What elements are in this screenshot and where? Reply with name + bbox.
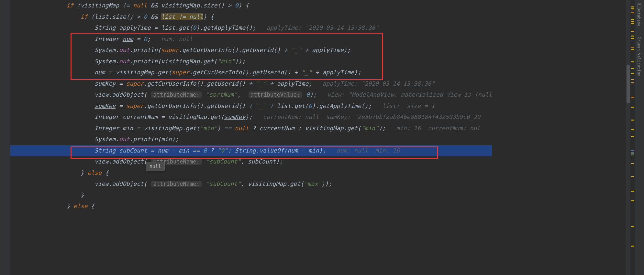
code-line[interactable]: num = visitingMap.get(super.getCurUserIn… <box>10 67 492 78</box>
stripe-mark[interactable] <box>631 8 634 9</box>
parameter-hint: attributeName: <box>151 91 201 98</box>
stripe-mark[interactable] <box>631 150 634 151</box>
stripe-mark[interactable] <box>631 49 634 50</box>
code-line[interactable]: } <box>10 190 492 201</box>
error-stripe[interactable] <box>630 0 635 275</box>
code-line[interactable]: sumKey = super.getCurUserInfo().getUseri… <box>10 100 492 112</box>
stripe-mark[interactable] <box>631 12 634 13</box>
code-line[interactable]: Integer currentNum = visitingMap.get(sum… <box>10 111 492 123</box>
stripe-mark[interactable] <box>631 68 634 69</box>
stripe-mark[interactable] <box>631 154 634 155</box>
code-line[interactable]: System.out.println(visitingMap.get("min"… <box>10 56 492 67</box>
stripe-mark[interactable] <box>631 31 634 32</box>
stripe-mark[interactable] <box>631 191 634 192</box>
scrollbar-thumb[interactable] <box>627 65 630 103</box>
code-line[interactable]: System.out.println(super.getCurUserInfo(… <box>10 45 492 56</box>
code-line[interactable]: } else { <box>10 201 492 212</box>
right-tool-panel[interactable]: Database Bean Validation <box>635 0 644 275</box>
stripe-mark[interactable] <box>631 120 634 121</box>
stripe-mark[interactable] <box>631 226 634 227</box>
code-line[interactable]: if (visitingMap != null && visitingMap.s… <box>10 0 492 11</box>
code-lines[interactable]: if (visitingMap != null && visitingMap.s… <box>10 0 492 212</box>
code-line[interactable]: Integer num = 0; num: null <box>10 34 492 45</box>
stripe-mark[interactable] <box>631 136 634 137</box>
code-line[interactable]: System.out.println(min); <box>10 134 492 145</box>
stripe-mark[interactable] <box>631 153 634 153</box>
stripe-mark[interactable] <box>631 200 634 201</box>
stripe-mark[interactable] <box>631 246 634 247</box>
stripe-mark[interactable] <box>631 97 634 98</box>
code-line[interactable]: view.addObject( attributeName: "sortNum"… <box>10 89 492 100</box>
code-line[interactable]: String subCount = num - min == 0 ? "0": … <box>10 145 492 156</box>
vertical-scrollbar[interactable] <box>626 0 630 275</box>
editor-gutter[interactable] <box>0 0 10 275</box>
parameter-hint: attributeName: <box>151 181 201 187</box>
code-line[interactable]: String applyTime = list.get(0).getApplyT… <box>10 22 492 34</box>
tooltip-arrow <box>152 159 157 162</box>
stripe-mark[interactable] <box>631 6 634 7</box>
stripe-mark[interactable] <box>631 21 634 22</box>
code-line[interactable]: } else { <box>10 167 492 179</box>
stripe-mark[interactable] <box>631 19 634 20</box>
bean-validation-tab-label[interactable]: Bean Validation <box>637 41 641 76</box>
stripe-mark[interactable] <box>631 38 634 39</box>
stripe-mark[interactable] <box>631 79 634 80</box>
stripe-mark[interactable] <box>631 73 634 74</box>
stripe-mark[interactable] <box>631 23 634 24</box>
code-line[interactable]: sumKey = super.getCurUserInfo().getUseri… <box>10 78 492 90</box>
stripe-mark[interactable] <box>631 163 634 164</box>
stripe-mark[interactable] <box>631 129 634 130</box>
svg-point-1 <box>638 37 641 41</box>
parameter-hint: attributeValue: <box>249 91 302 98</box>
code-line[interactable]: view.addObject( attributeName: "subCount… <box>10 156 492 167</box>
debugger-value-tooltip: null <box>146 162 165 171</box>
stripe-mark[interactable] <box>631 82 634 83</box>
stripe-mark[interactable] <box>631 36 634 37</box>
svg-point-0 <box>638 3 641 5</box>
code-line[interactable]: if (list.size() > 0 && list != null) { <box>10 11 492 23</box>
stripe-mark[interactable] <box>631 47 634 48</box>
stripe-mark[interactable] <box>631 107 634 108</box>
code-line[interactable]: view.addObject( attributeName: "subCount… <box>10 178 492 190</box>
code-editor[interactable]: if (visitingMap != null && visitingMap.s… <box>0 0 492 275</box>
stripe-mark[interactable] <box>631 61 634 62</box>
code-line[interactable]: Integer min = visitingMap.get("min") == … <box>10 123 492 134</box>
database-tab-label[interactable]: Database <box>637 8 641 26</box>
stripe-mark[interactable] <box>631 176 634 177</box>
